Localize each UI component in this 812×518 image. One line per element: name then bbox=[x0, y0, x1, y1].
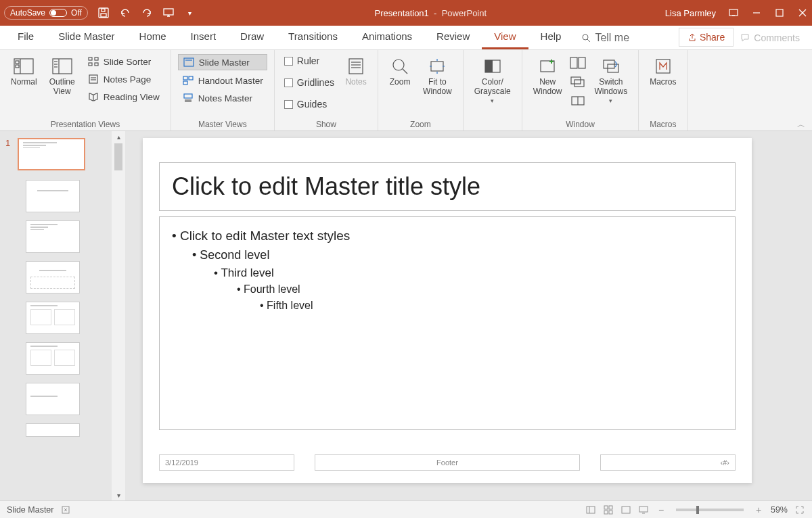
body-placeholder[interactable]: Click to edit Master text styles Second … bbox=[159, 216, 736, 430]
layout-thumbnail[interactable] bbox=[26, 220, 80, 253]
thumbnail-panel[interactable]: 1 bbox=[0, 131, 112, 500]
move-split-icon[interactable] bbox=[570, 95, 586, 110]
thumbnail-scrollbar[interactable]: ▴ ▾ bbox=[112, 131, 125, 500]
zoom-out-button[interactable]: − bbox=[656, 504, 667, 515]
normal-view-button[interactable]: Normal bbox=[7, 54, 41, 89]
svg-rect-2 bbox=[102, 9, 105, 11]
accessibility-icon[interactable] bbox=[60, 504, 71, 515]
slide-master-button[interactable]: Slide Master bbox=[178, 54, 267, 70]
tab-home[interactable]: Home bbox=[127, 25, 179, 49]
notes-page-label: Notes Page bbox=[104, 74, 152, 85]
autosave-toggle[interactable]: AutoSave Off bbox=[4, 6, 88, 20]
tell-me-search[interactable]: Tell me bbox=[573, 26, 637, 49]
slide-number-placeholder[interactable]: ‹#› bbox=[600, 454, 736, 471]
start-from-beginning-icon[interactable] bbox=[162, 7, 175, 19]
macros-button[interactable]: Macros bbox=[646, 54, 680, 89]
notes-page-button[interactable]: Notes Page bbox=[83, 72, 164, 87]
layout-thumbnail[interactable] bbox=[26, 423, 80, 437]
handout-master-button[interactable]: Handout Master bbox=[178, 73, 267, 88]
minimize-button[interactable] bbox=[751, 7, 762, 18]
new-window-button[interactable]: New Window bbox=[529, 54, 566, 99]
date-placeholder[interactable]: 3/12/2019 bbox=[159, 454, 294, 471]
redo-icon[interactable] bbox=[141, 7, 153, 19]
bullet-level-5: Fifth level bbox=[260, 298, 723, 314]
reading-view-button[interactable]: Reading View bbox=[83, 89, 164, 104]
gridlines-checkbox[interactable]: Gridlines bbox=[281, 76, 337, 89]
guides-checkbox[interactable]: Guides bbox=[281, 97, 337, 111]
normal-view-icon bbox=[13, 57, 35, 76]
tab-insert[interactable]: Insert bbox=[179, 25, 229, 49]
fit-to-window-label: Fit to Window bbox=[423, 77, 452, 96]
slide-sorter-icon bbox=[87, 56, 99, 67]
svg-point-40 bbox=[393, 60, 404, 70]
reading-view-icon[interactable] bbox=[621, 504, 631, 515]
slide-canvas-area[interactable]: Click to edit Master title style Click t… bbox=[125, 131, 812, 500]
ruler-checkbox[interactable]: Ruler bbox=[281, 54, 337, 68]
tab-file[interactable]: File bbox=[5, 25, 46, 49]
svg-rect-49 bbox=[574, 80, 584, 87]
save-icon[interactable] bbox=[97, 7, 110, 19]
svg-rect-42 bbox=[431, 62, 443, 71]
footer-placeholder[interactable]: Footer bbox=[315, 454, 580, 471]
color-grayscale-button[interactable]: Color/ Grayscale ▾ bbox=[470, 54, 515, 107]
master-thumbnail[interactable] bbox=[18, 138, 85, 170]
tab-transitions[interactable]: Transitions bbox=[276, 25, 350, 49]
svg-rect-59 bbox=[609, 506, 612, 509]
user-name[interactable]: Lisa Parmley bbox=[665, 8, 716, 18]
ribbon-display-options-icon[interactable] bbox=[728, 7, 739, 18]
layout-thumbnail[interactable] bbox=[26, 302, 80, 334]
notes-master-button[interactable]: Notes Master bbox=[178, 91, 267, 105]
switch-windows-button[interactable]: Switch Windows ▾ bbox=[590, 54, 631, 107]
slide-sorter-view-icon[interactable] bbox=[603, 504, 614, 515]
svg-rect-31 bbox=[189, 76, 193, 80]
scroll-down-button[interactable]: ▾ bbox=[113, 490, 124, 500]
macros-icon bbox=[652, 57, 674, 76]
svg-rect-32 bbox=[183, 81, 187, 85]
zoom-button[interactable]: Zoom bbox=[385, 54, 415, 89]
tab-review[interactable]: Review bbox=[424, 25, 482, 49]
tab-draw[interactable]: Draw bbox=[228, 25, 276, 49]
scroll-up-button[interactable]: ▴ bbox=[113, 131, 124, 142]
tab-view[interactable]: View bbox=[482, 25, 528, 49]
svg-rect-1 bbox=[101, 14, 106, 17]
outline-view-button[interactable]: Outline View bbox=[45, 54, 79, 99]
comments-button[interactable]: Comments bbox=[734, 29, 807, 47]
share-button[interactable]: Share bbox=[679, 28, 734, 47]
group-zoom: Zoom Fit to Window Zoom bbox=[378, 50, 464, 131]
close-button[interactable] bbox=[797, 7, 808, 18]
normal-view-icon[interactable] bbox=[585, 504, 596, 515]
arrange-all-icon[interactable] bbox=[570, 57, 586, 72]
zoom-slider-handle[interactable] bbox=[696, 506, 699, 514]
slide-sorter-button[interactable]: Slide Sorter bbox=[83, 54, 164, 69]
notes-button: Notes bbox=[341, 54, 371, 89]
fit-to-window-button[interactable]: Fit to Window bbox=[419, 54, 456, 99]
layout-thumbnail[interactable] bbox=[26, 342, 80, 375]
layout-thumbnail[interactable] bbox=[26, 383, 80, 415]
outline-view-label: Outline View bbox=[49, 77, 75, 96]
title-placeholder[interactable]: Click to edit Master title style bbox=[159, 162, 736, 211]
fit-to-window-icon[interactable] bbox=[794, 504, 805, 515]
layout-thumbnail[interactable] bbox=[26, 261, 80, 293]
slide-master-canvas[interactable]: Click to edit Master title style Click t… bbox=[143, 138, 752, 483]
collapse-ribbon-button[interactable]: ︿ bbox=[790, 50, 812, 131]
tab-help[interactable]: Help bbox=[528, 25, 574, 49]
tab-animations[interactable]: Animations bbox=[350, 25, 424, 49]
zoom-level[interactable]: 59% bbox=[771, 505, 788, 515]
notes-label: Notes bbox=[345, 77, 366, 87]
zoom-slider[interactable] bbox=[676, 509, 744, 511]
slideshow-view-icon[interactable] bbox=[638, 504, 649, 515]
cascade-icon[interactable] bbox=[570, 76, 586, 91]
color-grayscale-icon bbox=[482, 57, 503, 76]
share-label: Share bbox=[700, 32, 725, 43]
zoom-in-button[interactable]: + bbox=[753, 504, 764, 515]
tab-slide-master[interactable]: Slide Master bbox=[46, 25, 127, 49]
customize-qat-icon[interactable]: ▾ bbox=[184, 7, 196, 19]
maximize-button[interactable] bbox=[774, 7, 785, 18]
undo-icon[interactable] bbox=[119, 7, 131, 19]
zoom-icon bbox=[389, 57, 411, 76]
scroll-thumb[interactable] bbox=[114, 143, 122, 170]
ribbon-tabs: File Slide Master Home Insert Draw Trans… bbox=[0, 26, 812, 50]
group-label-macros: Macros bbox=[646, 118, 680, 129]
new-window-label: New Window bbox=[533, 77, 562, 96]
layout-thumbnail[interactable] bbox=[26, 180, 80, 212]
